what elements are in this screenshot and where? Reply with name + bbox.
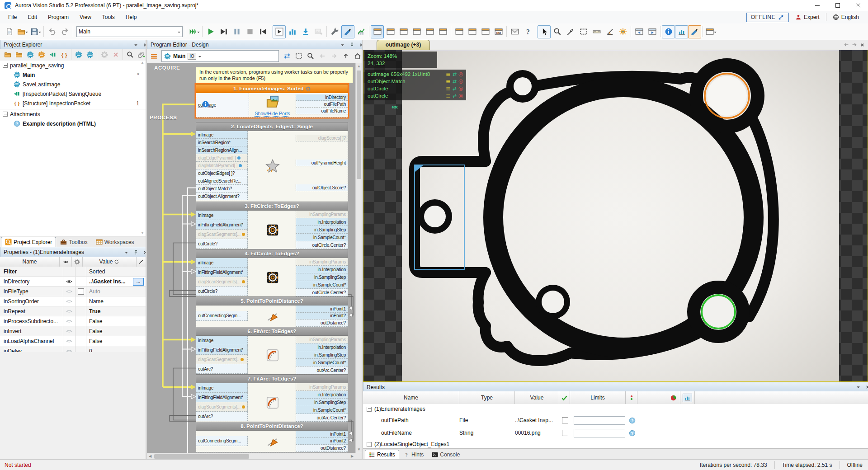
find-filter-icon[interactable]	[305, 50, 316, 62]
select-tool-icon[interactable]	[538, 25, 551, 38]
new-file-icon[interactable]	[3, 25, 16, 38]
port-insamplingstep[interactable]: in.SamplingStep	[296, 226, 348, 234]
eye-icon[interactable]	[66, 288, 72, 295]
results-limits-header[interactable]: Limits	[570, 391, 626, 404]
panel-menu-icon[interactable]	[338, 41, 346, 48]
port-inimage[interactable]: inImage	[196, 211, 248, 220]
port-outalignedsearchre[interactable]: outAlignedSearchRe...	[196, 177, 248, 185]
iterate-current-icon[interactable]	[273, 25, 286, 38]
property-row-ininvert[interactable]: inInvertFalse	[0, 326, 146, 336]
layer-row-3[interactable]: outCircle	[368, 92, 463, 99]
add-worker-task-icon[interactable]	[36, 49, 47, 61]
close-button[interactable]	[848, 0, 868, 11]
port-inpoint2[interactable]: inPoint2	[296, 438, 348, 445]
tree-item--structure-inspectionpacket[interactable]: [Structure] InspectionPacket1	[0, 99, 146, 108]
port-insamplecount[interactable]: in.SampleCount*	[296, 281, 348, 289]
port-infittingfieldalignment[interactable]: inFittingFieldAlignment*	[196, 345, 248, 355]
port-insamplecount[interactable]: in.SampleCount*	[296, 234, 348, 241]
results-value-header[interactable]: Value	[515, 391, 559, 404]
scroll-tabs-right-icon[interactable]	[851, 42, 858, 48]
layer-sync-icon[interactable]	[452, 72, 457, 77]
menu-tools[interactable]: Tools	[97, 12, 120, 22]
property-row-filter[interactable]: FilterSorted	[0, 267, 146, 277]
tab-outimage[interactable]: outImage (+3)	[377, 40, 430, 50]
add-image-icon[interactable]	[312, 25, 325, 38]
tab-workspaces[interactable]: Workspaces	[92, 237, 138, 247]
run-icon[interactable]	[204, 25, 217, 38]
layer-sync-icon[interactable]	[452, 86, 457, 91]
maximize-button[interactable]	[827, 0, 848, 11]
port-inpoint1[interactable]: inPoint1	[296, 431, 348, 438]
save-project-icon[interactable]	[29, 25, 42, 38]
port-diagmatchpyramid[interactable]: diagMatchPyramid[ ]	[196, 162, 248, 169]
hmi-designer-icon[interactable]	[492, 25, 505, 38]
layer-row-2[interactable]: outCircle	[368, 85, 463, 92]
layer-style-icon[interactable]	[446, 79, 451, 84]
menu-view[interactable]: View	[74, 12, 97, 22]
filter-block-5[interactable]: 5. PointToPointDistance?outConnectingSeg…	[196, 296, 348, 327]
layer-row-1[interactable]: outObject.Match	[368, 78, 463, 85]
layer-remove-icon[interactable]	[458, 86, 463, 91]
info-icon[interactable]	[202, 100, 209, 108]
ruler-tool-icon[interactable]	[590, 25, 603, 38]
port-outfilename[interactable]: outFileName	[296, 108, 348, 114]
eye-icon[interactable]	[66, 298, 72, 305]
view-split-2-icon[interactable]	[466, 25, 479, 38]
layer-remove-icon[interactable]	[458, 94, 463, 99]
port-inimage[interactable]: inImage	[196, 383, 248, 393]
minimize-button[interactable]	[807, 0, 827, 11]
nav-up-icon[interactable]	[340, 50, 352, 62]
layer-style-icon[interactable]	[446, 94, 451, 99]
property-row-inprocesssubdirecto[interactable]: inProcessSubdirecto...False	[0, 316, 146, 326]
help-icon[interactable]	[629, 430, 636, 437]
next-view-icon[interactable]	[646, 25, 659, 38]
help-icon[interactable]	[521, 25, 534, 38]
results-name-header[interactable]: Name	[363, 391, 459, 404]
eye-icon[interactable]	[66, 328, 72, 334]
layer-row-0[interactable]: outImage 656x492 1xUInt8	[368, 70, 463, 78]
port-insamplecount[interactable]: in.SampleCount*	[296, 359, 348, 367]
layer-sync-icon[interactable]	[452, 94, 457, 99]
port-outarc[interactable]: outArc?	[196, 412, 248, 421]
eye-icon[interactable]	[66, 338, 72, 344]
update-previews-icon[interactable]	[286, 25, 299, 38]
new-preview-icon[interactable]	[704, 25, 717, 38]
image-preview[interactable]: Zoom: 148% 24, 332 outImage 656x492 1xUI…	[363, 50, 868, 382]
property-row-infiletype[interactable]: inFileTypeAuto	[0, 287, 146, 296]
filter-block-1[interactable]: 1. EnumerateImages: SortedoutImageShow/H…	[196, 84, 348, 118]
collapse-toggle-icon[interactable]	[3, 63, 8, 68]
limit-checkbox[interactable]	[562, 417, 568, 423]
port-ininterpolation[interactable]: in.Interpolation	[296, 266, 348, 273]
eye-icon[interactable]	[66, 318, 72, 324]
collapse-toggle-icon[interactable]	[367, 442, 372, 447]
layout-grid-icon[interactable]	[397, 25, 410, 38]
port-outfilepath[interactable]: outFilePath	[296, 101, 348, 108]
add-structure-icon[interactable]	[58, 49, 70, 61]
results-histogram-header[interactable]	[680, 391, 695, 404]
port-indirectory[interactable]: inDirectory	[296, 94, 348, 101]
property-row-indirectory[interactable]: inDirectory..\Gasket Ins......	[0, 277, 146, 287]
nav-forward-icon[interactable]	[328, 50, 340, 62]
iterate-program-icon[interactable]	[217, 25, 230, 38]
results-group-row[interactable]: (2)LocateSingleObject_Edges1	[363, 439, 868, 448]
pin-icon[interactable]	[348, 41, 356, 48]
property-row-inloadalphachannel[interactable]: inLoadAlphaChannelFalse	[0, 336, 146, 346]
port-outdistance[interactable]: outDistance?	[296, 320, 348, 327]
iterate-back-icon[interactable]	[256, 25, 269, 38]
nav-back-icon[interactable]	[316, 50, 328, 62]
limit-input[interactable]	[574, 416, 625, 425]
tree-item-main[interactable]: Main*	[0, 70, 146, 80]
edit-region-icon[interactable]	[293, 50, 305, 62]
port-ininterpolation[interactable]: in.Interpolation	[296, 391, 348, 399]
macrofilter-list-icon[interactable]	[149, 50, 159, 62]
checkbox[interactable]	[78, 288, 84, 295]
panel-menu-icon[interactable]	[132, 41, 140, 48]
preview-2d-icon[interactable]	[675, 25, 688, 38]
tree-item--inspectionpacket-savingqueue[interactable]: [InspectionPacket] SavingQueue	[0, 89, 146, 99]
port-inimage[interactable]: inImage	[196, 258, 248, 268]
results-row-outfilepath[interactable]: outFilePathFile..\Gasket Insp...	[363, 414, 868, 427]
save-image-icon[interactable]	[299, 25, 312, 38]
port-outcirclecenter[interactable]: outCircle.Center?	[296, 241, 348, 249]
value-column-header[interactable]: Value	[99, 258, 113, 265]
editor-vertical-scrollbar[interactable]: ▲ ▼	[355, 63, 362, 453]
